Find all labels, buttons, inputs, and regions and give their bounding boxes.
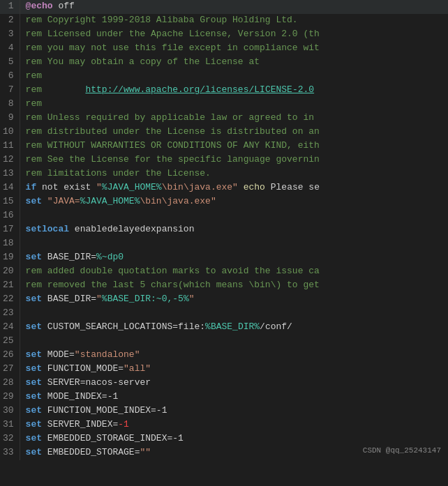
line-content: rem added double quotation marks to avoi… — [20, 265, 448, 279]
line-content: set "JAVA=%JAVA_HOME%\bin\java.exe" — [20, 195, 448, 209]
line-content: set CUSTOM_SEARCH_LOCATIONS=file:%BASE_D… — [20, 321, 448, 335]
line-number: 13 — [0, 167, 20, 181]
line-number: 2 — [0, 14, 20, 28]
line-number: 23 — [0, 307, 20, 321]
line-content: set FUNCTION_MODE_INDEX=-1 — [20, 404, 448, 418]
line-content: rem WITHOUT WARRANTIES OR CONDITIONS OF … — [20, 139, 448, 153]
line-content: rem limitations under the License. — [20, 167, 448, 181]
line-content: rem Licensed under the Apache License, V… — [20, 28, 448, 42]
table-row: 19set BASE_DIR=%~dp0 — [0, 251, 448, 265]
line-number: 20 — [0, 265, 20, 279]
table-row: 4rem you may not use this file except in… — [0, 42, 448, 56]
line-number: 27 — [0, 363, 20, 377]
line-content: rem removed the last 5 chars(which means… — [20, 279, 448, 293]
line-number: 11 — [0, 139, 20, 153]
table-row: 16 — [0, 209, 448, 223]
line-number: 32 — [0, 432, 20, 446]
watermark: CSDN @qq_25243147 — [363, 446, 441, 455]
table-row: 18 — [0, 237, 448, 251]
table-row: 10rem distributed under the License is d… — [0, 126, 448, 139]
table-row: 17setlocal enabledelayedexpansion — [0, 223, 448, 237]
line-content: if not exist "%JAVA_HOME%\bin\java.exe" … — [20, 181, 448, 195]
line-content — [20, 335, 448, 349]
line-number: 4 — [0, 42, 20, 56]
table-row: 24set CUSTOM_SEARCH_LOCATIONS=file:%BASE… — [0, 321, 448, 335]
table-row: 27set FUNCTION_MODE="all" — [0, 363, 448, 377]
line-number: 14 — [0, 181, 20, 195]
line-number: 24 — [0, 321, 20, 335]
table-row: 30set FUNCTION_MODE_INDEX=-1 — [0, 404, 448, 418]
line-number: 18 — [0, 237, 20, 251]
line-content: rem — [20, 70, 448, 84]
line-number: 21 — [0, 279, 20, 293]
table-row: 20rem added double quotation marks to av… — [0, 265, 448, 279]
line-content: set FUNCTION_MODE="all" — [20, 363, 448, 377]
line-content: set EMBEDDED_STORAGE_INDEX=-1 — [20, 432, 448, 446]
code-viewer: 1@echo off2rem Copyright 1999-2018 Aliba… — [0, 0, 448, 460]
table-row: 7rem http://www.apache.org/licenses/LICE… — [0, 84, 448, 98]
line-number: 28 — [0, 377, 20, 390]
table-row: 1@echo off — [0, 0, 448, 14]
table-row: 22set BASE_DIR="%BASE_DIR:~0,-5%" — [0, 293, 448, 307]
line-number: 1 — [0, 0, 20, 14]
line-number: 6 — [0, 70, 20, 84]
line-content: rem http://www.apache.org/licenses/LICEN… — [20, 84, 448, 98]
line-number: 19 — [0, 251, 20, 265]
line-number: 12 — [0, 153, 20, 167]
table-row: 29set MODE_INDEX=-1 — [0, 390, 448, 404]
table-row: 13rem limitations under the License. — [0, 167, 448, 181]
table-row: 14if not exist "%JAVA_HOME%\bin\java.exe… — [0, 181, 448, 195]
line-number: 5 — [0, 56, 20, 70]
line-content: rem — [20, 98, 448, 112]
line-number: 25 — [0, 335, 20, 349]
line-content: set MODE="standalone" — [20, 349, 448, 363]
line-content: set SERVER_INDEX=-1 — [20, 418, 448, 432]
line-number: 10 — [0, 126, 20, 139]
line-content: rem Unless required by applicable law or… — [20, 112, 448, 126]
line-number: 33 — [0, 446, 20, 460]
table-row: 25 — [0, 335, 448, 349]
line-number: 7 — [0, 84, 20, 98]
table-row: 9rem Unless required by applicable law o… — [0, 112, 448, 126]
line-content: set BASE_DIR=%~dp0 — [20, 251, 448, 265]
table-row: 11rem WITHOUT WARRANTIES OR CONDITIONS O… — [0, 139, 448, 153]
line-number: 31 — [0, 418, 20, 432]
table-row: 31set SERVER_INDEX=-1 — [0, 418, 448, 432]
table-row: 6rem — [0, 70, 448, 84]
line-number: 15 — [0, 195, 20, 209]
table-row: 12rem See the License for the specific l… — [0, 153, 448, 167]
line-content — [20, 209, 448, 223]
line-content: rem You may obtain a copy of the License… — [20, 56, 448, 70]
line-content: setlocal enabledelayedexpansion — [20, 223, 448, 237]
table-row: 23 — [0, 307, 448, 321]
line-number: 16 — [0, 209, 20, 223]
line-content: set BASE_DIR="%BASE_DIR:~0,-5%" — [20, 293, 448, 307]
table-row: 8rem — [0, 98, 448, 112]
table-row: 3rem Licensed under the Apache License, … — [0, 28, 448, 42]
table-row: 15set "JAVA=%JAVA_HOME%\bin\java.exe" — [0, 195, 448, 209]
line-content: rem See the License for the specific lan… — [20, 153, 448, 167]
table-row: 2rem Copyright 1999-2018 Alibaba Group H… — [0, 14, 448, 28]
line-number: 17 — [0, 223, 20, 237]
line-content — [20, 307, 448, 321]
table-row: 32set EMBEDDED_STORAGE_INDEX=-1 — [0, 432, 448, 446]
line-number: 30 — [0, 404, 20, 418]
line-content: @echo off — [20, 0, 448, 14]
line-content: rem distributed under the License is dis… — [20, 126, 448, 139]
line-content: rem you may not use this file except in … — [20, 42, 448, 56]
line-number: 22 — [0, 293, 20, 307]
table-row: 21rem removed the last 5 chars(which mea… — [0, 279, 448, 293]
table-row: 26set MODE="standalone" — [0, 349, 448, 363]
line-content: set MODE_INDEX=-1 — [20, 390, 448, 404]
line-number: 29 — [0, 390, 20, 404]
table-row: 28set SERVER=nacos-server — [0, 377, 448, 390]
line-number: 26 — [0, 349, 20, 363]
line-content — [20, 237, 448, 251]
line-content: set SERVER=nacos-server — [20, 377, 448, 390]
line-number: 3 — [0, 28, 20, 42]
line-number: 9 — [0, 112, 20, 126]
table-row: 5rem You may obtain a copy of the Licens… — [0, 56, 448, 70]
line-number: 8 — [0, 98, 20, 112]
line-content: rem Copyright 1999-2018 Alibaba Group Ho… — [20, 14, 448, 28]
code-table: 1@echo off2rem Copyright 1999-2018 Aliba… — [0, 0, 448, 460]
